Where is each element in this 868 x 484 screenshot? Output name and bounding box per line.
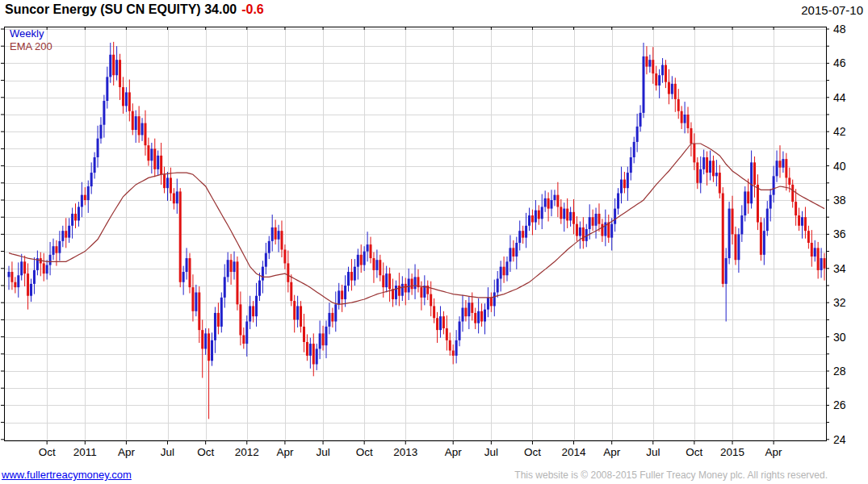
chart-page: Suncor Energy (SU CN EQUITY) 34.00-0.6 2… — [0, 0, 868, 484]
svg-text:Jul: Jul — [161, 446, 174, 458]
site-link[interactable]: www.fullertreacymoney.com — [2, 469, 132, 481]
legend-timeframe: Weekly — [10, 27, 44, 40]
svg-text:32: 32 — [833, 296, 846, 309]
svg-text:46: 46 — [833, 56, 846, 69]
candles — [8, 42, 826, 419]
copyright-text: This website is © 2008-2015 Fuller Treac… — [514, 469, 828, 481]
svg-text:Apr: Apr — [118, 446, 136, 458]
svg-text:48: 48 — [833, 23, 846, 35]
svg-text:Jul: Jul — [316, 446, 329, 458]
svg-text:26: 26 — [833, 398, 846, 411]
legend-ema: EMA 200 — [10, 40, 52, 52]
svg-text:Jul: Jul — [484, 446, 498, 458]
svg-text:2014: 2014 — [562, 446, 587, 458]
svg-text:Oct: Oct — [39, 446, 56, 458]
ema-line — [9, 144, 824, 304]
svg-text:42: 42 — [833, 125, 846, 138]
svg-text:28: 28 — [833, 365, 846, 378]
svg-text:2011: 2011 — [73, 446, 97, 458]
svg-text:34: 34 — [833, 262, 846, 275]
svg-text:40: 40 — [833, 160, 846, 173]
svg-text:Oct: Oct — [197, 446, 214, 458]
svg-text:Oct: Oct — [524, 446, 541, 458]
svg-text:44: 44 — [833, 91, 846, 104]
svg-text:30: 30 — [833, 331, 846, 344]
svg-text:38: 38 — [833, 194, 846, 207]
svg-text:2012: 2012 — [235, 446, 259, 458]
svg-text:Apr: Apr — [603, 446, 621, 458]
svg-text:24: 24 — [833, 433, 846, 446]
svg-text:Apr: Apr — [276, 446, 294, 458]
svg-text:Oct: Oct — [356, 446, 373, 458]
svg-text:Jul: Jul — [646, 446, 660, 458]
svg-text:36: 36 — [833, 227, 846, 240]
price-chart: 24262830323436384042444648Oct2011AprJulO… — [0, 0, 868, 464]
grid-lines — [4, 27, 826, 440]
svg-text:Oct: Oct — [686, 446, 702, 458]
svg-text:2015: 2015 — [720, 446, 744, 458]
svg-text:Apr: Apr — [765, 446, 783, 458]
svg-text:2013: 2013 — [393, 446, 417, 458]
svg-text:Apr: Apr — [445, 446, 463, 458]
